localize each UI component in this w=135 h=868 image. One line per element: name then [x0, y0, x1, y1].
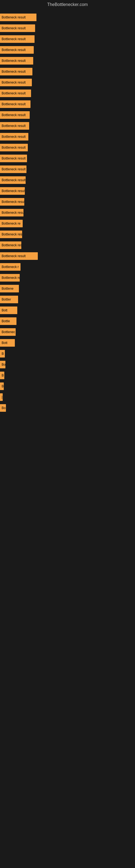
bar-row: Bott: [0, 305, 135, 316]
bar-label-16: Bottleneck result: [2, 189, 25, 193]
bar-row: Bottle: [0, 316, 135, 327]
bar-16: Bottleneck result: [0, 187, 25, 195]
bar-11: Bottleneck result: [0, 133, 28, 141]
bar-4: Bottleneck result: [0, 57, 33, 65]
bar-21: Bottleneck res: [0, 241, 21, 249]
bar-label-2: Bottleneck result: [2, 37, 26, 41]
bar-36: Bo: [0, 404, 6, 412]
bar-row: Bottleneck result: [0, 196, 135, 207]
bar-label-18: Bottleneck resu: [2, 211, 24, 215]
bar-row: Bottleneck result: [0, 77, 135, 88]
bar-32: Bo: [0, 361, 5, 368]
bar-19: Bottleneck re: [0, 220, 23, 227]
bar-6: Bottleneck result: [0, 79, 32, 86]
bar-5: Bottleneck result: [0, 68, 32, 75]
bar-10: Bottleneck result: [0, 122, 29, 130]
bar-row: Bottleneck result: [0, 23, 135, 34]
bar-row: Bottleneck result: [0, 186, 135, 196]
bar-label-28: Bottle: [2, 319, 10, 323]
bar-26: Bottler: [0, 296, 18, 303]
bar-row: Bottleneck result: [0, 34, 135, 44]
bar-30: Bott: [0, 339, 15, 347]
bar-label-35: |: [2, 395, 2, 399]
bar-label-36: Bo: [2, 406, 6, 410]
bar-row: Bottleneck result: [0, 12, 135, 23]
bar-label-27: Bott: [2, 308, 7, 312]
bar-row: Bo: [0, 403, 135, 413]
bar-row: Bottler: [0, 294, 135, 305]
bar-label-29: Bottlenec: [2, 330, 15, 334]
bar-row: Bottleneck resu: [0, 272, 135, 283]
bar-33: B: [0, 372, 4, 379]
bar-row: Bottleneck resu: [0, 229, 135, 240]
bar-row: Bottleneck result: [0, 175, 135, 186]
bar-label-19: Bottleneck re: [2, 222, 20, 225]
bar-row: Bottleneck res: [0, 240, 135, 251]
bar-13: Bottleneck result: [0, 155, 27, 162]
bar-row: Bottleneck result: [0, 99, 135, 110]
bar-15: Bottleneck result: [0, 176, 26, 184]
bar-row: Bottleneck re: [0, 218, 135, 229]
bar-label-0: Bottleneck result: [2, 16, 26, 19]
bar-label-22: Bottleneck result: [2, 254, 26, 258]
bar-row: Bottleneck r: [0, 261, 135, 272]
bar-label-1: Bottleneck result: [2, 26, 26, 30]
bar-24: Bottleneck resu: [0, 274, 20, 282]
site-title: TheBottlenecker.com: [0, 0, 135, 9]
bar-27: Bott: [0, 307, 17, 314]
bar-row: Bottleneck result: [0, 55, 135, 66]
bar-0: Bottleneck result: [0, 13, 37, 21]
bar-28: Bottle: [0, 317, 16, 325]
bar-1: Bottleneck result: [0, 24, 35, 32]
bar-row: Bottleneck result: [0, 164, 135, 175]
bar-label-32: Bo: [2, 363, 5, 367]
bar-row: Bottlene: [0, 283, 135, 294]
bar-20: Bottleneck resu: [0, 230, 22, 238]
bar-row: B: [0, 381, 135, 392]
bar-label-14: Bottleneck result: [2, 167, 26, 171]
bar-label-25: Bottlene: [2, 287, 13, 290]
bar-row: Bottleneck result: [0, 153, 135, 164]
bar-label-11: Bottleneck result: [2, 135, 26, 138]
bar-label-26: Bottler: [2, 298, 11, 301]
bar-14: Bottleneck result: [0, 165, 27, 173]
bar-row: Bottleneck result: [0, 44, 135, 55]
bar-2: Bottleneck result: [0, 35, 35, 43]
bar-3: Bottleneck result: [0, 46, 34, 54]
bar-7: Bottleneck result: [0, 90, 31, 97]
bar-label-8: Bottleneck result: [2, 102, 26, 106]
bar-row: Bottleneck result: [0, 251, 135, 261]
bar-label-17: Bottleneck result: [2, 200, 24, 204]
bar-label-6: Bottleneck result: [2, 81, 26, 84]
bar-label-34: B: [2, 384, 4, 388]
bar-label-30: Bott: [2, 341, 7, 345]
bar-12: Bottleneck result: [0, 144, 28, 151]
bar-row: Bo: [0, 359, 135, 370]
bar-label-12: Bottleneck result: [2, 146, 26, 150]
bar-22: Bottleneck result: [0, 252, 38, 260]
bar-label-10: Bottleneck result: [2, 124, 26, 128]
bar-23: Bottleneck r: [0, 263, 20, 271]
bar-row: Bottleneck result: [0, 142, 135, 153]
bars-container: Bottleneck resultBottleneck resultBottle…: [0, 9, 135, 416]
bar-8: Bottleneck result: [0, 100, 31, 108]
bar-label-5: Bottleneck result: [2, 70, 26, 73]
bar-18: Bottleneck resu: [0, 209, 24, 216]
bar-label-4: Bottleneck result: [2, 59, 26, 63]
bar-row: Bottleneck result: [0, 131, 135, 142]
bar-31: B: [0, 350, 5, 358]
bar-25: Bottlene: [0, 285, 19, 292]
bar-row: Bottleneck result: [0, 66, 135, 77]
bar-label-3: Bottleneck result: [2, 48, 26, 52]
bar-row: Bott: [0, 337, 135, 348]
bar-label-13: Bottleneck result: [2, 156, 26, 160]
bar-label-33: B: [2, 373, 4, 377]
bar-row: Bottleneck result: [0, 88, 135, 99]
bar-9: Bottleneck result: [0, 111, 30, 119]
bar-29: Bottlenec: [0, 328, 16, 336]
bar-label-7: Bottleneck result: [2, 91, 26, 95]
bar-row: Bottlenec: [0, 327, 135, 337]
bar-34: B: [0, 382, 4, 390]
bar-label-24: Bottleneck resu: [2, 276, 20, 280]
bar-label-31: B: [2, 352, 4, 355]
